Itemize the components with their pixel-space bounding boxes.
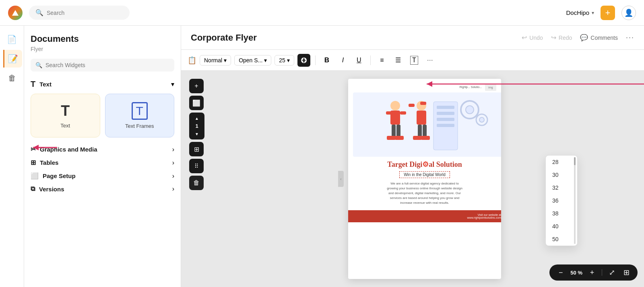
sidebar-item-text[interactable]: 📝 <box>3 50 22 68</box>
size-item-32[interactable]: 32 <box>546 181 577 194</box>
company-name: Rightp... Solutio... <box>460 85 482 89</box>
graphics-media-section[interactable]: ✂ Graphics and Media › <box>31 146 174 153</box>
add-element-button[interactable]: + <box>189 79 204 93</box>
widgets-search-icon: 🔍 <box>35 62 42 68</box>
undo-label: Undo <box>529 35 543 41</box>
undo-icon: ↩ <box>522 34 527 41</box>
svg-rect-7 <box>361 94 498 156</box>
style-chevron-icon: ▾ <box>224 57 227 64</box>
svg-point-16 <box>479 117 484 122</box>
widgets-search-input[interactable] <box>45 62 169 68</box>
more-options-button[interactable]: ··· <box>626 33 634 42</box>
flyer-footer-visit: Visit our website at <box>348 213 501 216</box>
text-style-button[interactable]: T <box>408 54 421 67</box>
text-section-icon: T <box>31 80 35 89</box>
underline-icon: U <box>357 57 361 64</box>
page-setup-icon: ⬜ <box>31 172 39 180</box>
chevron-down-text-icon: ▾ <box>171 80 174 88</box>
flyer-main-title: Target Digi⚙al Solution <box>355 160 495 169</box>
panel-collapse-button[interactable]: ‹ <box>338 171 344 187</box>
text-frames-widget-card[interactable]: T Text Frames <box>105 94 175 137</box>
zoom-out-button[interactable]: − <box>556 268 566 277</box>
top-nav: 🔍 DocHipo ▾ + 👤 <box>0 0 644 26</box>
svg-rect-28 <box>420 102 426 105</box>
svg-rect-22 <box>396 125 400 137</box>
versions-section[interactable]: ⧉ Versions › <box>31 185 174 193</box>
tables-section[interactable]: ⊞ Tables › <box>31 159 174 166</box>
italic-button[interactable]: I <box>336 54 349 67</box>
comments-button[interactable]: 💬 Comments <box>580 34 618 41</box>
grid-view-button[interactable]: ⊞ <box>189 142 204 156</box>
sidebar-item-trash[interactable]: 🗑 <box>3 69 21 87</box>
panel-collapse-icon: ‹ <box>340 177 341 181</box>
icon-sidebar: 📄 📝 🗑 <box>0 26 24 287</box>
redo-button[interactable]: ↪ Redo <box>551 34 572 41</box>
size-dropdown[interactable]: 28 30 32 36 38 40 50 <box>545 155 578 246</box>
page-setup-section[interactable]: ⬜ Page Setup › <box>31 172 174 180</box>
user-avatar[interactable]: 👤 <box>621 6 636 20</box>
size-scrollbar[interactable] <box>574 157 576 244</box>
tables-label: Tables <box>40 159 58 166</box>
size-item-40[interactable]: 40 <box>546 220 577 233</box>
content-area: Corporate Flyer ↩ Undo ↪ Redo 💬 Comments… <box>181 26 644 287</box>
doc-title: Corporate Flyer <box>191 33 257 43</box>
color-picker-button[interactable] <box>297 54 310 67</box>
counter-down-button[interactable]: ▼ <box>191 130 203 138</box>
underline-button[interactable]: U <box>353 54 365 67</box>
style-select[interactable]: Normal ▾ <box>200 55 231 66</box>
new-doc-icon: 📄 <box>7 35 17 44</box>
logo[interactable] <box>8 6 23 20</box>
delete-element-button[interactable]: 🗑 <box>189 176 204 190</box>
dot-grid-button[interactable]: ⠿ <box>189 159 204 173</box>
undo-button[interactable]: ↩ Undo <box>522 34 543 41</box>
search-icon: 🔍 <box>35 9 43 16</box>
create-button[interactable]: + <box>601 6 615 20</box>
svg-rect-23 <box>387 136 396 140</box>
size-item-30[interactable]: 30 <box>546 168 577 181</box>
main-layout: 📄 📝 🗑 Documents Flyer 🔍 T Text ▾ T <box>0 26 644 287</box>
expand-button[interactable]: ⤢ <box>607 268 617 277</box>
list-button[interactable]: ☰ <box>392 54 405 67</box>
size-select[interactable]: 25 ▾ <box>275 55 294 66</box>
align-left-button[interactable]: ≡ <box>376 54 388 67</box>
grid-icon: ⊞ <box>194 146 199 153</box>
sidebar-item-newdoc[interactable]: 📄 <box>3 31 21 48</box>
svg-rect-10 <box>437 112 454 115</box>
font-select[interactable]: Open S... ▾ <box>234 55 271 66</box>
size-item-36[interactable]: 36 <box>546 194 577 207</box>
text-widget-card[interactable]: T Text <box>31 94 100 137</box>
graphics-media-label: Graphics and Media <box>40 146 97 153</box>
page-setup-label: Page Setup <box>43 172 76 179</box>
flyer-footer: Visit our website at www.rightpointsolut… <box>348 210 501 222</box>
color-picker-icon <box>300 57 308 64</box>
illustration-svg <box>361 94 498 156</box>
text-section-label: T Text <box>31 80 52 89</box>
text-section-header[interactable]: T Text ▾ <box>31 80 174 89</box>
size-dropdown-list: 28 30 32 36 38 40 50 <box>546 156 577 246</box>
search-input[interactable] <box>47 10 119 16</box>
dochipo-menu[interactable]: DocHipo ▾ <box>566 9 594 16</box>
doc-canvas: Rightp... Solutio... img <box>348 79 501 279</box>
bold-button[interactable]: B <box>320 54 333 67</box>
search-box[interactable]: 🔍 <box>29 6 130 20</box>
chevron-right-versions-icon: › <box>172 185 174 193</box>
panel-subtitle: Flyer <box>31 46 174 52</box>
size-chevron-icon: ▾ <box>287 57 290 64</box>
svg-rect-20 <box>400 111 406 115</box>
size-item-28[interactable]: 28 <box>546 156 577 168</box>
counter-up-button[interactable]: ▲ <box>191 114 203 122</box>
size-item-38[interactable]: 38 <box>546 207 577 220</box>
font-chevron-icon: ▾ <box>264 57 267 64</box>
zoom-in-button[interactable]: + <box>587 268 597 277</box>
toolbar-more-button[interactable]: ··· <box>427 56 433 64</box>
dot-grid-icon: ⠿ <box>194 163 198 169</box>
svg-rect-30 <box>423 125 427 137</box>
copy-button[interactable]: ⬜ <box>189 96 204 110</box>
clipboard-icon[interactable]: 📋 <box>188 56 196 65</box>
widgets-search-box[interactable]: 🔍 <box>31 59 174 72</box>
grid-view-zoom-button[interactable]: ⊞ <box>621 268 631 277</box>
size-item-50[interactable]: 50 <box>546 233 577 246</box>
redo-icon: ↪ <box>551 34 556 41</box>
text-widgets-grid: T Text T Text Frames <box>31 94 174 137</box>
text-style-icon: T <box>410 56 418 65</box>
